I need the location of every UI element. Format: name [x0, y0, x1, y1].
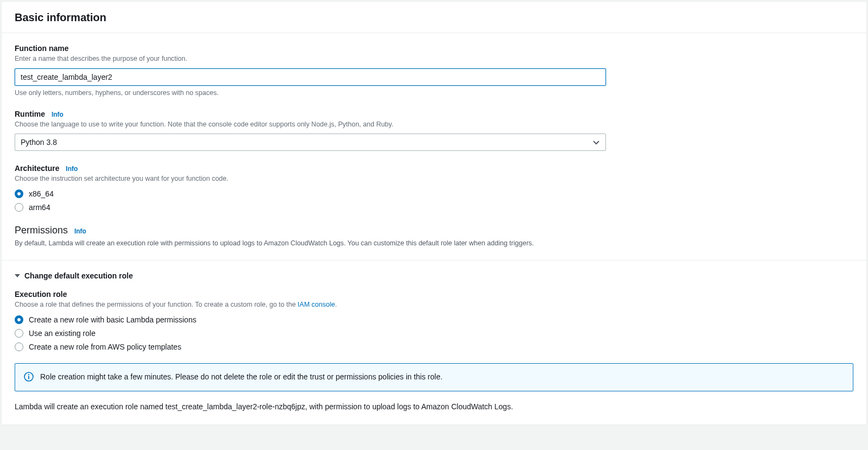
- basic-information-panel: Basic information Function name Enter a …: [1, 1, 867, 425]
- execution-role-radio-group: Create a new role with basic Lambda perm…: [15, 315, 853, 351]
- architecture-info-link[interactable]: Info: [66, 165, 78, 173]
- permissions-desc: By default, Lambda will create an execut…: [15, 238, 606, 249]
- role-creation-alert: Role creation might take a few minutes. …: [15, 363, 853, 391]
- role-creation-alert-text: Role creation might take a few minutes. …: [40, 371, 443, 382]
- radio-icon: [15, 203, 23, 212]
- panel-title: Basic information: [15, 11, 853, 24]
- execution-role-section: Change default execution role Execution …: [2, 260, 866, 424]
- runtime-help: Choose the language to use to write your…: [15, 120, 606, 130]
- execution-role-option-policy-template[interactable]: Create a new role from AWS policy templa…: [15, 343, 853, 351]
- runtime-group: Runtime Info Choose the language to use …: [15, 110, 606, 151]
- svg-rect-2: [28, 376, 29, 379]
- execution-role-toggle[interactable]: Change default execution role: [15, 271, 853, 280]
- iam-console-link[interactable]: IAM console: [298, 301, 335, 308]
- execution-role-option-label: Create a new role from AWS policy templa…: [29, 343, 181, 351]
- function-name-input[interactable]: [15, 68, 606, 86]
- panel-body: Function name Enter a name that describe…: [2, 33, 866, 260]
- runtime-select[interactable]: Python 3.8: [15, 134, 606, 151]
- radio-icon: [15, 189, 23, 198]
- architecture-help: Choose the instruction set architecture …: [15, 174, 606, 184]
- execution-role-help-suffix: .: [335, 301, 336, 308]
- execution-role-body: Execution role Choose a role that define…: [15, 290, 853, 413]
- svg-point-1: [28, 374, 29, 375]
- triangle-down-icon: [15, 274, 20, 277]
- execution-role-help: Choose a role that defines the permissio…: [15, 300, 853, 310]
- architecture-radio-group: x86_64 arm64: [15, 189, 606, 212]
- function-name-group: Function name Enter a name that describe…: [15, 44, 606, 97]
- runtime-info-link[interactable]: Info: [52, 111, 63, 118]
- panel-header: Basic information: [2, 2, 866, 33]
- role-creation-description: Lambda will create an execution role nam…: [15, 401, 853, 413]
- architecture-option-x8664[interactable]: x86_64: [15, 189, 606, 198]
- info-icon: [24, 372, 34, 383]
- architecture-option-label: x86_64: [29, 189, 54, 198]
- function-name-hint: Use only letters, numbers, hyphens, or u…: [15, 89, 606, 97]
- execution-role-help-prefix: Choose a role that defines the permissio…: [15, 301, 298, 308]
- radio-icon: [15, 329, 23, 338]
- radio-icon: [15, 315, 23, 324]
- permissions-heading: Permissions: [15, 225, 68, 236]
- runtime-label: Runtime: [15, 110, 45, 118]
- function-name-label: Function name: [15, 44, 69, 53]
- radio-icon: [15, 343, 23, 351]
- permissions-group: Permissions Info By default, Lambda will…: [15, 225, 606, 249]
- execution-role-option-label: Use an existing role: [29, 329, 95, 338]
- architecture-option-arm64[interactable]: arm64: [15, 203, 606, 212]
- permissions-info-link[interactable]: Info: [74, 227, 86, 235]
- runtime-select-wrapper: Python 3.8: [15, 134, 606, 151]
- execution-role-option-label: Create a new role with basic Lambda perm…: [29, 315, 196, 324]
- execution-role-expand-title: Change default execution role: [24, 271, 133, 280]
- architecture-label: Architecture: [15, 164, 59, 173]
- function-name-help: Enter a name that describes the purpose …: [15, 54, 606, 64]
- architecture-group: Architecture Info Choose the instruction…: [15, 164, 606, 212]
- execution-role-option-new-basic[interactable]: Create a new role with basic Lambda perm…: [15, 315, 853, 324]
- execution-role-label: Execution role: [15, 290, 67, 299]
- architecture-option-label: arm64: [29, 203, 50, 212]
- execution-role-option-existing[interactable]: Use an existing role: [15, 329, 853, 338]
